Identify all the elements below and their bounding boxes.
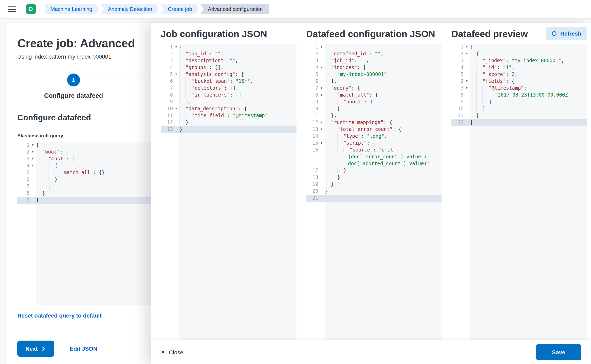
close-button[interactable]: ✕ Close [161,349,183,355]
code-text[interactable]: "description": "", [179,57,296,64]
code-text[interactable]: "total_error_count": { [325,126,442,133]
code-line[interactable]: 6▼ "fields": { [451,78,587,85]
code-text[interactable]: { [470,51,587,57]
code-text[interactable]: } [325,105,442,112]
code-line[interactable]: 1▼[ [451,44,587,51]
code-text[interactable]: "_score": 2, [470,71,587,78]
fold-arrow-icon[interactable]: ▼ [318,64,325,71]
code-text[interactable]: "analysis_config": { [179,71,296,78]
code-text[interactable]: "2017-03-23T13:00:00.000Z" [470,92,587,98]
code-line[interactable]: 5 "my-index-000001" [306,71,442,78]
next-button[interactable]: Next [17,341,54,357]
breadcrumb-anomaly-detection[interactable]: Anomaly Detection [100,4,159,14]
code-text[interactable]: "type": "long", [325,133,442,140]
code-text[interactable]: } [179,119,296,126]
fold-arrow-icon[interactable]: ▼ [29,149,36,156]
fold-arrow-icon[interactable]: ▼ [29,156,36,162]
code-text[interactable]: [ [470,44,587,51]
code-line[interactable]: 2 "job_id": "", [161,51,296,57]
datafeed-preview-editor[interactable]: 1▼[2▼ {3 "_index": "my-index-000001",4 "… [451,44,587,340]
code-line[interactable]: 2 "datafeed_id": "", [306,51,442,57]
refresh-button[interactable]: Refresh [546,27,587,40]
code-line[interactable]: 12 } [161,119,296,126]
code-text[interactable]: ] [470,119,587,126]
code-line[interactable]: 11 } [451,112,587,119]
space-avatar[interactable]: D [26,4,36,14]
code-text[interactable] [325,195,442,202]
code-line[interactable]: 6 ], [306,78,442,85]
code-line[interactable]: 8 "2017-03-23T13:00:00.000Z" [451,92,587,98]
code-text[interactable]: } [325,181,442,188]
fold-arrow-icon[interactable]: ▼ [464,78,470,85]
code-line[interactable]: 1▼{ [306,44,442,51]
code-line[interactable]: 4▼ "indices": [ [306,64,442,71]
menu-icon[interactable] [8,6,16,12]
code-line[interactable]: 6 "bucket_span": "15m", [161,78,296,85]
code-line[interactable]: 5▼ "analysis_config": { [161,71,296,78]
breadcrumb-machine-learning[interactable]: Machine Learning [45,4,99,14]
code-line[interactable]: 11 }, [306,112,442,119]
datafeed-config-editor[interactable]: 1▼{2 "datafeed_id": "",3 "job_id": "",4▼… [306,44,442,340]
code-line[interactable]: 7▼ "@timestamp": [ [451,85,587,92]
code-text[interactable]: "detectors": [], [179,85,296,92]
edit-json-link[interactable]: Edit JSON [70,345,97,352]
fold-arrow-icon[interactable]: ▼ [464,44,470,51]
code-line[interactable]: 7 "detectors": [], [161,85,296,92]
code-text[interactable]: }, [325,112,442,119]
code-line[interactable]: 10 } [306,105,442,112]
fold-arrow-icon[interactable]: ▼ [29,162,36,169]
code-text[interactable]: "query": { [325,85,442,92]
fold-arrow-icon[interactable]: ▼ [464,51,470,57]
reset-query-link[interactable]: Reset datafeed query to default [17,312,102,319]
code-text[interactable]: "script": { [325,140,442,147]
save-button[interactable]: Save [536,344,581,360]
code-text[interactable]: "match_all": { [325,92,442,98]
code-line[interactable]: 16 "source": "emit (doc['error_count'].v… [306,147,442,167]
fold-arrow-icon[interactable]: ▼ [318,126,325,133]
fold-arrow-icon[interactable]: ▼ [318,92,325,98]
code-text[interactable]: "@timestamp": [ [470,85,587,92]
code-line[interactable]: 12▼ "runtime_mappings": { [306,119,442,126]
code-line[interactable]: 10▼ "data_description": { [161,105,296,112]
code-text[interactable]: ] [470,98,587,105]
code-line[interactable]: 21 [306,195,442,202]
code-line[interactable]: 13} [161,126,296,133]
code-text[interactable]: { [325,44,442,51]
fold-arrow-icon[interactable]: ▼ [173,105,179,112]
code-line[interactable]: 5 "_score": 2, [451,71,587,78]
code-text[interactable]: } [470,112,587,119]
code-line[interactable]: 17 } [306,167,442,174]
code-line[interactable]: 3 "description": "", [161,57,296,64]
fold-arrow-icon[interactable]: ▼ [318,119,325,126]
code-text[interactable]: "runtime_mappings": { [325,119,442,126]
code-text[interactable]: "my-index-000001" [325,71,442,78]
fold-arrow-icon[interactable]: ▼ [318,85,325,92]
code-text[interactable]: } [325,188,442,195]
code-text[interactable]: "time_field": "@timestamp" [179,112,296,119]
code-text[interactable]: "fields": { [470,78,587,85]
code-line[interactable]: 3 "_index": "my-index-000001", [451,57,587,64]
code-text[interactable]: "boost": 1 [325,98,442,105]
code-text[interactable]: }, [179,98,296,105]
code-line[interactable]: 8 "influencers": [] [161,92,296,98]
code-text[interactable]: "job_id": "", [179,51,296,57]
code-text[interactable]: "groups": [], [179,64,296,71]
code-line[interactable]: 9 "boost": 1 [306,98,442,105]
code-text[interactable]: "_id": "1", [470,64,587,71]
code-line[interactable]: 12] [451,119,587,126]
code-text[interactable]: "_index": "my-index-000001", [470,57,587,64]
code-line[interactable]: 4 "groups": [], [161,64,296,71]
code-text[interactable]: } [470,105,587,112]
code-line[interactable]: 15▼ "script": { [306,140,442,147]
job-config-editor[interactable]: 1▼{2 "job_id": "",3 "description": "",4 … [161,44,296,340]
fold-arrow-icon[interactable]: ▼ [173,44,179,51]
fold-arrow-icon[interactable]: ▼ [464,85,470,92]
fold-arrow-icon[interactable]: ▼ [173,71,179,78]
code-text[interactable]: } [325,174,442,181]
code-text[interactable]: "data_description": { [179,105,296,112]
code-line[interactable]: 2▼ { [451,51,587,57]
code-text[interactable]: { [179,44,296,51]
code-line[interactable]: 14 "type": "long", [306,133,442,140]
code-line[interactable]: 3 "job_id": "", [306,57,442,64]
code-line[interactable]: 9 ] [451,98,587,105]
